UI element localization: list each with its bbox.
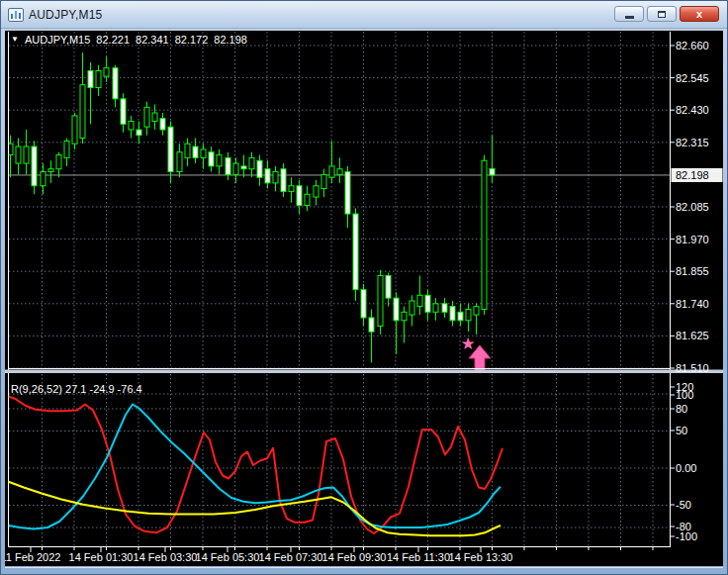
chart-icon	[8, 8, 24, 22]
signal-star-icon: ★	[460, 335, 475, 353]
axis-ticks	[31, 46, 675, 552]
window-controls: x	[614, 6, 719, 22]
time-axis-label: 14 Feb 07:30	[259, 551, 323, 563]
price-axis-label: 81.970	[676, 234, 709, 245]
titlebar[interactable]: AUDJPY,M15 x	[1, 1, 727, 29]
indicator-axis-label: 100	[676, 389, 693, 401]
time-axis-label: 14 Feb 05:30	[196, 551, 260, 563]
time-axis-label: 14 Feb 03:30	[134, 551, 198, 563]
price-axis[interactable]: 82.66082.54582.43082.31582.08581.97081.8…	[676, 40, 709, 374]
time-axis-label: 14 Feb 09:30	[322, 551, 387, 563]
close-value: 82.198	[214, 34, 247, 46]
candles-layer	[8, 52, 495, 362]
price-axis-label: 82.315	[676, 137, 709, 148]
current-price-value: 82.198	[676, 169, 709, 181]
restore-button[interactable]	[647, 6, 677, 22]
time-axis-label: 14 Feb 01:30	[69, 551, 134, 563]
price-axis-label: 81.855	[676, 265, 709, 277]
price-axis-label: 82.545	[676, 72, 709, 84]
current-price-tag: 82.198	[672, 168, 723, 182]
restore-icon	[658, 11, 666, 18]
open-value: 82.221	[96, 34, 130, 46]
grid-lines	[9, 32, 670, 546]
price-axis-label: 82.430	[676, 104, 709, 116]
time-axis[interactable]: 11 Feb 202214 Feb 01:3014 Feb 03:3014 Fe…	[5, 551, 512, 563]
minimize-button[interactable]	[614, 6, 644, 22]
indicator-axis-label: -50	[676, 499, 691, 511]
indicator-header: R(9,26,52) 27.1 -24.9 -76.4	[11, 383, 142, 395]
time-axis-label: 11 Feb 2022	[5, 551, 60, 563]
high-value: 82.341	[136, 34, 169, 46]
symbol-label: AUDJPY,M15	[25, 34, 90, 46]
price-axis-label: 81.510	[676, 362, 709, 374]
time-axis-label: 14 Feb 13:30	[449, 551, 513, 563]
low-value: 82.172	[175, 34, 209, 46]
indicator-axis-label: 0.00	[676, 462, 696, 474]
window-bottom-edge	[5, 567, 723, 568]
chart-area[interactable]: ★82.66082.54582.43082.31582.08581.97081.…	[5, 29, 723, 566]
minimize-icon	[625, 16, 634, 19]
window-title: AUDJPY,M15	[29, 8, 102, 22]
signal-marker: ★	[460, 335, 491, 371]
indicator-axis-label: 80	[676, 403, 687, 415]
chart-window: AUDJPY,M15 x ★82.66082.54582.43082.31582…	[0, 0, 728, 575]
indicator-axis-label: 50	[676, 425, 687, 436]
close-button[interactable]: x	[680, 6, 719, 22]
indicator-axis-label: -100	[676, 530, 697, 542]
chart-canvas[interactable]: ★82.66082.54582.43082.31582.08581.97081.…	[5, 29, 723, 566]
indicator-axis[interactable]: 12010080500.00-50-80-100	[676, 381, 697, 542]
price-axis-label: 81.625	[676, 330, 709, 341]
ohlc-header: ▼ AUDJPY,M15 82.221 82.341 82.172 82.198	[11, 34, 247, 46]
price-axis-label: 82.085	[676, 201, 709, 213]
price-axis-label: 81.740	[676, 298, 709, 310]
dropdown-arrow-icon[interactable]: ▼	[11, 35, 19, 44]
price-axis-label: 82.660	[676, 40, 709, 51]
time-axis-label: 14 Feb 11:30	[387, 551, 450, 563]
